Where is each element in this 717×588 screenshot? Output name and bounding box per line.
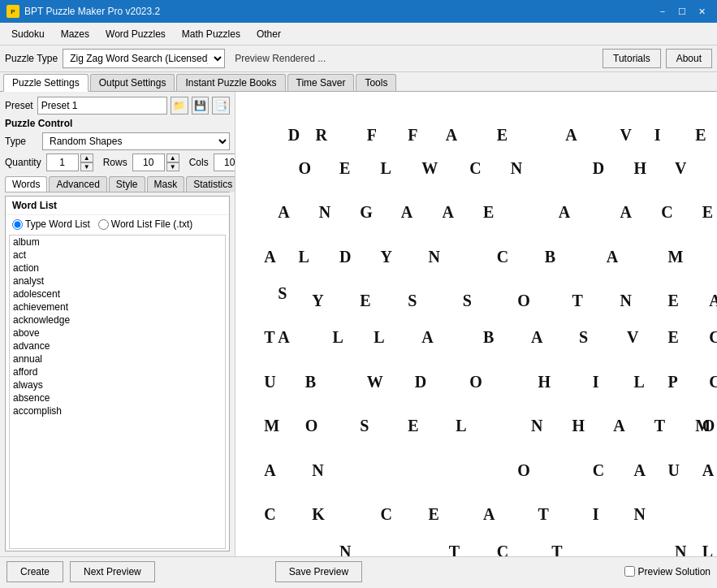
puzzle-letter: A <box>401 203 412 222</box>
preset-saveas-button[interactable]: 📑 <box>212 97 230 115</box>
puzzle-letter: P <box>668 373 678 391</box>
wtab-style[interactable]: Style <box>109 176 145 192</box>
quantity-down-button[interactable]: ▼ <box>80 162 93 171</box>
puzzle-letter: F <box>408 126 417 145</box>
word-item[interactable]: action <box>10 262 225 275</box>
puzzle-letter: U <box>668 461 680 480</box>
puzzle-letter: V <box>675 159 686 178</box>
puzzle-letter: G <box>360 203 373 222</box>
puzzle-letter: A <box>278 328 289 347</box>
save-preview-button[interactable]: Save Preview <box>275 561 362 582</box>
rows-down-button[interactable]: ▼ <box>166 162 179 171</box>
puzzle-type-label: Puzzle Type <box>5 53 58 64</box>
puzzle-letter: S <box>278 284 287 303</box>
type-select[interactable]: Random Shapes <box>42 132 230 150</box>
puzzle-letter: H <box>572 417 585 435</box>
tab-tools[interactable]: Tools <box>356 74 396 91</box>
puzzle-letter: L <box>298 248 309 266</box>
word-item[interactable]: adolescent <box>10 288 225 300</box>
tutorials-button[interactable]: Tutorials <box>603 49 661 68</box>
quantity-spinner: ▲ ▼ <box>46 153 93 171</box>
word-item[interactable]: act <box>10 249 225 262</box>
bottom-bar: Create Next Preview Save Preview Preview… <box>0 556 717 586</box>
tab-time-saver[interactable]: Time Saver <box>287 74 355 91</box>
word-item[interactable]: advance <box>10 339 225 352</box>
quantity-row: Quantity ▲ ▼ Rows ▲ ▼ Cols ▲ <box>5 153 230 171</box>
preset-row: Preset 📁 💾 📑 <box>5 97 230 115</box>
word-item[interactable]: accomplish <box>10 404 225 417</box>
menu-mazes[interactable]: Mazes <box>53 25 97 43</box>
word-item[interactable]: afford <box>10 365 225 378</box>
preset-save-button[interactable]: 💾 <box>192 97 209 115</box>
puzzle-letter: N <box>319 203 330 222</box>
rows-label: Rows <box>103 157 127 168</box>
puzzle-letter: I <box>654 126 661 145</box>
puzzle-letter: E <box>668 292 679 310</box>
puzzle-letter: O <box>305 417 318 435</box>
menu-word-puzzles[interactable]: Word Puzzles <box>97 25 174 43</box>
quantity-input[interactable] <box>46 153 79 171</box>
puzzle-letter: C <box>469 159 481 178</box>
puzzle-letter: E <box>408 417 418 435</box>
radio-word-list-file[interactable]: Word List File (.txt) <box>98 218 192 230</box>
puzzle-letter: E <box>339 159 350 178</box>
tab-puzzle-settings[interactable]: Puzzle Settings <box>3 74 89 92</box>
puzzle-letter: T <box>551 543 562 556</box>
maximize-button[interactable]: ☐ <box>673 3 691 19</box>
wtab-mask[interactable]: Mask <box>147 176 185 192</box>
word-item[interactable]: album <box>10 236 225 249</box>
puzzle-letter: S <box>579 328 588 347</box>
word-item[interactable]: above <box>10 326 225 339</box>
tab-output-settings[interactable]: Output Settings <box>90 74 175 91</box>
menu-other[interactable]: Other <box>248 25 289 43</box>
wtab-statistics[interactable]: Statistics <box>186 176 235 192</box>
about-button[interactable]: About <box>666 49 712 68</box>
preview-solution-checkbox[interactable] <box>624 566 635 577</box>
puzzle-type-select[interactable]: Zig Zag Word Search (Licensed) <box>63 49 225 68</box>
quantity-up-button[interactable]: ▲ <box>80 153 93 162</box>
menu-math-puzzles[interactable]: Math Puzzles <box>174 25 248 43</box>
puzzle-letter: A <box>633 461 645 480</box>
menu-bar: Sudoku Mazes Word Puzzles Math Puzzles O… <box>0 23 717 45</box>
rows-spinner-buttons: ▲ ▼ <box>166 153 179 171</box>
puzzle-letter: C <box>264 505 275 524</box>
puzzle-letter: T <box>538 505 548 524</box>
puzzle-letter: C <box>497 543 508 556</box>
close-button[interactable]: ✕ <box>693 3 711 19</box>
word-item[interactable]: achievement <box>10 300 225 313</box>
next-preview-button[interactable]: Next Preview <box>70 561 155 582</box>
puzzle-grid: RDFFAEAVIEOELWCNDHVANGAAEAACEALDYNCBAMSY… <box>244 100 709 548</box>
rows-up-button[interactable]: ▲ <box>166 153 179 162</box>
puzzle-letter: W <box>421 159 438 178</box>
word-item[interactable]: annual <box>10 352 225 365</box>
puzzle-letter: T <box>572 292 583 310</box>
cols-input[interactable] <box>214 153 235 171</box>
cols-spinner: ▲ ▼ <box>214 153 235 171</box>
word-item[interactable]: always <box>10 378 225 391</box>
wtab-advanced[interactable]: Advanced <box>49 176 106 192</box>
word-item[interactable]: absence <box>10 391 225 404</box>
preset-folder-button[interactable]: 📁 <box>171 97 188 115</box>
radio-type-word-list[interactable]: Type Word List <box>12 218 90 230</box>
puzzle-letter: V <box>627 328 638 347</box>
puzzle-letter: A <box>278 203 289 222</box>
puzzle-letter: T <box>264 328 274 347</box>
puzzle-letter: C <box>381 505 392 524</box>
wtab-words[interactable]: Words <box>5 176 47 192</box>
puzzle-letter: S <box>360 417 369 435</box>
word-item[interactable]: acknowledge <box>10 313 225 326</box>
puzzle-letter: O <box>469 373 482 391</box>
puzzle-letter: B <box>545 248 555 266</box>
minimize-button[interactable]: − <box>654 3 672 19</box>
rows-input[interactable] <box>132 153 165 171</box>
puzzle-letter: N <box>339 543 351 556</box>
preview-solution-row: Preview Solution <box>624 566 711 577</box>
tab-instant-puzzle-books[interactable]: Instant Puzzle Books <box>176 74 285 91</box>
puzzle-letter: D <box>339 248 351 266</box>
puzzle-letter: A <box>607 248 618 266</box>
word-item[interactable]: analyst <box>10 275 225 288</box>
create-button[interactable]: Create <box>6 561 63 582</box>
preset-input[interactable] <box>37 97 167 115</box>
word-list-content[interactable]: albumactactionanalystadolescentachieveme… <box>9 235 226 549</box>
menu-sudoku[interactable]: Sudoku <box>3 25 53 43</box>
